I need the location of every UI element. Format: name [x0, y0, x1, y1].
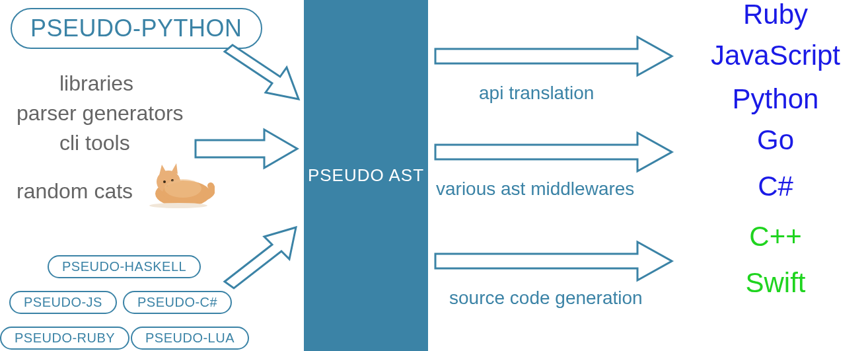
lang-python: Python: [683, 83, 868, 115]
caption-codegen: source code generation: [449, 288, 643, 309]
lang-ruby: Ruby: [683, 0, 868, 30]
caption-api-translation: api translation: [479, 83, 594, 104]
arrow-in-mid: [192, 126, 304, 172]
input-text-cli-tools: cli tools: [59, 129, 130, 157]
pill-pseudo-lua: PSEUDO-LUA: [131, 327, 249, 350]
arrow-in-bottom: [218, 218, 304, 291]
arrow-out-2: [433, 129, 677, 175]
arrow-out-1: [433, 33, 677, 79]
pseudo-ast-label: PSEUDO AST: [308, 165, 424, 186]
lang-go: Go: [683, 124, 868, 156]
pseudo-ast-block: PSEUDO AST: [304, 0, 428, 351]
svg-point-6: [149, 203, 207, 208]
pill-pseudo-haskell: PSEUDO-HASKELL: [48, 255, 201, 278]
input-text-libraries: libraries: [59, 69, 133, 98]
pill-pseudo-js: PSEUDO-JS: [9, 291, 117, 314]
arrow-out-3: [433, 238, 677, 284]
lang-javascript: JavaScript: [683, 40, 868, 71]
svg-point-2: [163, 180, 166, 183]
lang-csharp: C#: [683, 171, 868, 202]
input-text-random-cats: random cats: [17, 177, 133, 206]
caption-middlewares: various ast middlewares: [436, 178, 634, 200]
lang-cpp: C++: [683, 221, 868, 253]
lang-swift: Swift: [683, 267, 868, 299]
input-text-parser-generators: parser generators: [17, 99, 184, 128]
arrow-in-top: [218, 40, 304, 119]
pill-pseudo-ruby: PSEUDO-RUBY: [0, 327, 129, 350]
pill-pseudo-csharp: PSEUDO-C#: [123, 291, 232, 314]
svg-point-5: [164, 179, 201, 198]
